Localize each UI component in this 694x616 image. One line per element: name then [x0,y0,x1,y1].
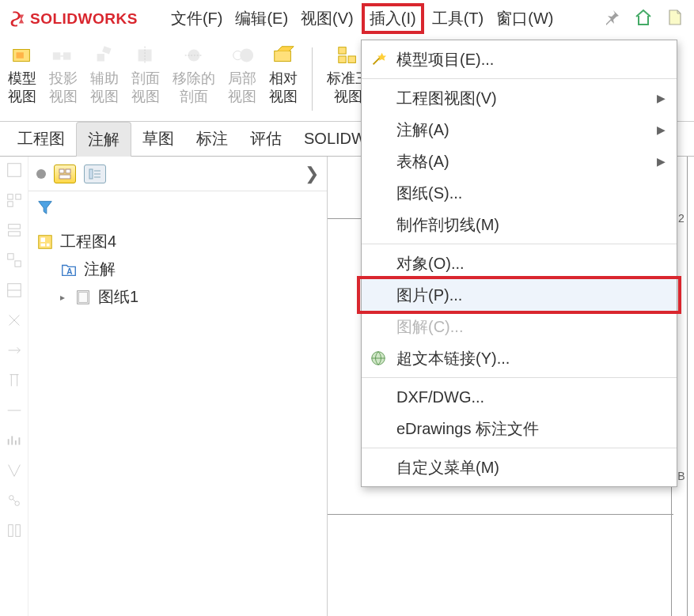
svg-rect-16 [7,164,21,177]
svg-rect-31 [15,525,20,537]
svg-rect-33 [66,169,70,173]
app-name: SOLIDWORKS [30,10,138,28]
ribbon-projected-view[interactable]: 投影视图 [49,44,78,107]
standard-3view-icon [336,44,360,66]
sheet-icon [74,289,92,306]
menu-item-annotations[interactable]: 注解(A) ▶ [362,114,677,145]
vstrip-icon-11[interactable] [6,462,23,479]
tree-layout-btn-2[interactable] [84,164,106,183]
tab-markup[interactable]: 标注 [185,122,239,156]
svg-rect-35 [89,169,93,179]
tab-evaluate[interactable]: 评估 [239,122,293,156]
auxiliary-view-icon [93,44,116,66]
tree-node-label: 图纸1 [98,286,138,308]
vstrip-icon-10[interactable] [6,432,23,449]
tree-root[interactable]: 工程图4 [35,228,320,255]
menu-insert[interactable]: 插入(I) [362,3,424,34]
menu-item-picture[interactable]: 图片(P)... [362,279,677,311]
menu-item-model-items[interactable]: 模型项目(E)... [362,43,677,75]
menubar-items: 文件(F) 编辑(E) 视图(V) 插入(I) 工具(T) 窗口(W) [166,3,559,34]
relative-view-icon [271,44,295,66]
menu-item-make-section-line[interactable]: 制作剖切线(M) [362,209,677,240]
vstrip-icon-4[interactable] [6,251,23,269]
svg-rect-30 [8,525,13,537]
dd-label: 表格(A) [396,151,449,172]
svg-text:A: A [66,266,73,275]
home-icon[interactable] [634,8,653,27]
submenu-arrow-icon: ▶ [657,155,666,168]
svg-rect-19 [7,202,12,206]
pin-icon[interactable] [602,8,621,27]
svg-rect-3 [63,52,70,59]
menu-window[interactable]: 窗口(W) [491,5,558,32]
vstrip-icon-12[interactable] [6,492,23,509]
menu-item-sheet[interactable]: 图纸(S)... [362,177,677,209]
vstrip-icon-13[interactable] [6,522,23,539]
insert-menu-dropdown: 模型项目(E)... 工程图视图(V) ▶ 注解(A) ▶ 表格(A) ▶ 图纸… [361,40,677,487]
ribbon-label: 剖面 [131,70,160,86]
svg-rect-15 [348,56,355,62]
vstrip-icon-2[interactable] [6,191,23,209]
ribbon-label: 视图 [90,89,119,104]
new-doc-icon[interactable] [666,8,685,27]
menu-item-customize-menu[interactable]: 自定义菜单(M) [362,452,677,483]
svg-rect-21 [8,232,20,236]
svg-rect-32 [59,169,64,173]
svg-rect-13 [339,47,346,54]
menu-item-edrawings-markup[interactable]: eDrawings 标注文件 [362,413,677,444]
tree-layout-btn-1[interactable] [54,164,76,183]
menu-item-dxf-dwg[interactable]: DXF/DWG... [362,381,677,413]
menu-item-hyperlink[interactable]: 超文本链接(Y)... [362,342,677,374]
menu-view[interactable]: 视图(V) [296,5,358,32]
submenu-arrow-icon: ▶ [657,123,666,136]
svg-rect-22 [7,254,13,259]
ribbon-auxiliary-view[interactable]: 辅助视图 [90,44,119,107]
filter-icon[interactable] [36,198,54,216]
menu-item-object[interactable]: 对象(O)... [362,248,677,279]
projected-view-icon [51,44,75,66]
dd-label: 超文本链接(Y)... [396,348,510,369]
vstrip-icon-5[interactable] [6,282,23,299]
svg-rect-12 [275,51,291,61]
tree-expand-icon[interactable]: ▸ [60,292,68,303]
ribbon-detail-view[interactable]: 局部视图 [228,44,256,107]
tree-status-dot [36,169,46,179]
ribbon-label: 视图 [334,89,362,104]
dd-label: 图解(C)... [396,316,463,338]
tree-node-sheet1[interactable]: ▸ 图纸1 [59,283,320,311]
ribbon-relative-view[interactable]: 相对视图 [269,44,298,107]
detail-view-icon [230,44,254,66]
vstrip-icon-6[interactable] [6,312,23,329]
dd-label: 注解(A) [396,119,449,141]
vstrip-icon-1[interactable] [6,161,23,179]
menu-file[interactable]: 文件(F) [166,5,228,32]
vstrip-icon-9[interactable] [6,402,23,419]
dd-label: 自定义菜单(M) [396,457,499,478]
tab-annotation[interactable]: 注解 [76,122,131,157]
vstrip-icon-7[interactable] [6,342,23,359]
tab-drawing[interactable]: 工程图 [6,122,76,156]
svg-rect-34 [59,175,70,179]
svg-rect-42 [47,243,50,246]
ribbon-label: 模型 [8,70,36,86]
ribbon-label: 辅助 [90,70,119,86]
tree-collapse-chevron[interactable]: ❯ [305,164,319,184]
dd-label: 工程图视图(V) [396,88,497,109]
ribbon-section-view[interactable]: 剖面视图 [131,44,160,107]
tree-node-label: 注解 [84,259,116,280]
menu-item-tables[interactable]: 表格(A) ▶ [362,145,677,177]
menu-item-drawing-views[interactable]: 工程图视图(V) ▶ [362,82,677,114]
ribbon-label: 剖面 [180,89,208,104]
ribbon-removed-section[interactable]: 移除的剖面 [173,44,215,107]
menu-edit[interactable]: 编辑(E) [230,5,293,32]
tree-node-annotations[interactable]: A 注解 [59,255,320,283]
vstrip-icon-8[interactable] [6,372,23,389]
ribbon-label: 局部 [228,70,256,86]
annotations-folder-icon: A [60,261,78,278]
tab-sketch[interactable]: 草图 [131,122,185,156]
vstrip-icon-3[interactable] [6,221,23,239]
menu-separator [362,78,677,79]
menu-tools[interactable]: 工具(T) [427,5,489,32]
svg-rect-23 [14,261,20,266]
ribbon-model-view[interactable]: 模型视图 [8,44,36,107]
